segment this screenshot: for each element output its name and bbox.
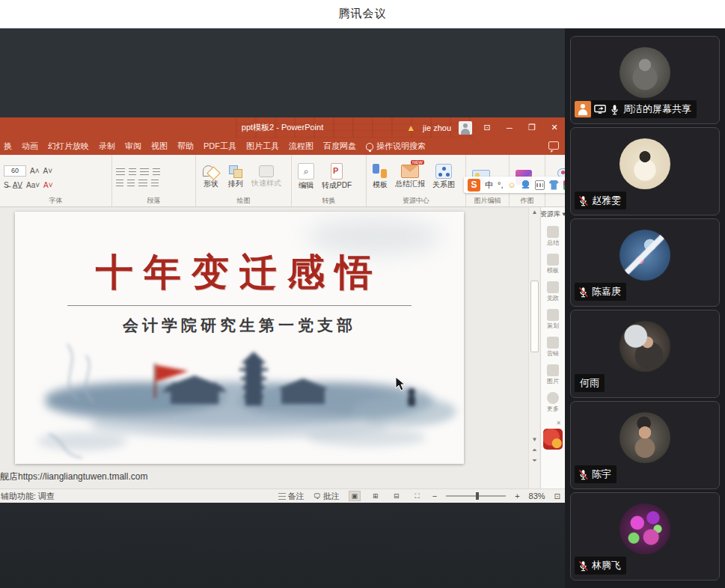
relation-chart-button[interactable]: 关系图: [430, 163, 457, 191]
account-avatar[interactable]: [459, 121, 472, 135]
screen-share-icon: [594, 104, 606, 114]
quick-styles-icon: [259, 165, 274, 177]
shrink-font-button[interactable]: A˅: [43, 167, 53, 175]
resource-item-planning[interactable]: 策划: [547, 309, 559, 330]
participant-tile[interactable]: 陈宇: [570, 401, 720, 489]
participant-tile[interactable]: 何雨: [570, 310, 720, 398]
zoom-out-button[interactable]: −: [432, 491, 437, 500]
gift-close-icon[interactable]: ✕: [556, 420, 561, 426]
increase-indent-icon[interactable]: [127, 180, 135, 186]
tell-me-search[interactable]: 操作说明搜索: [366, 141, 426, 152]
zoom-level[interactable]: 83%: [529, 491, 545, 500]
resource-item-more[interactable]: 更多: [547, 392, 559, 413]
participant-tile-sharer[interactable]: 周洁的屏幕共享: [570, 36, 720, 124]
comments-toggle[interactable]: 🗨 批注: [313, 491, 340, 502]
columns-icon[interactable]: [151, 180, 159, 186]
tab-picture-tools[interactable]: 图片工具: [246, 141, 279, 152]
align-text-icon[interactable]: [138, 180, 147, 186]
comment-bubble-icon[interactable]: [548, 141, 559, 150]
sogou-logo-icon[interactable]: S: [468, 179, 480, 192]
close-button[interactable]: ✕: [547, 123, 562, 132]
shapes-button[interactable]: 形状: [200, 164, 222, 190]
grow-font-button[interactable]: A˄: [30, 167, 40, 175]
tab-view[interactable]: 视图: [151, 141, 168, 152]
zoom-slider[interactable]: [446, 495, 506, 497]
mic-on-icon: [609, 104, 620, 115]
font-color-button[interactable]: A˅: [43, 181, 53, 189]
text-direction-icon[interactable]: [153, 168, 160, 175]
resource-center-group-label: 资源中心: [367, 196, 465, 206]
ime-language-toggle[interactable]: 中: [485, 180, 493, 191]
ime-skin-icon[interactable]: [549, 180, 559, 190]
ime-voice-icon[interactable]: [521, 180, 530, 190]
arrange-button[interactable]: 排列: [225, 164, 246, 190]
template-button[interactable]: 模板: [370, 163, 390, 191]
avatar: [620, 321, 670, 372]
participant-tile[interactable]: 赵雅雯: [570, 127, 720, 215]
reading-view-button[interactable]: ⊟: [391, 491, 403, 501]
marketing-chat-icon: [547, 337, 559, 349]
tab-slideshow[interactable]: 幻灯片放映: [48, 141, 89, 152]
numbering-icon[interactable]: [129, 168, 136, 175]
scrollbar-thumb[interactable]: [530, 281, 539, 352]
participant-name: 陈宇: [592, 468, 611, 481]
resource-item-party[interactable]: 党政: [547, 281, 559, 302]
edit-button[interactable]: ⌕ 编辑: [296, 162, 316, 192]
notes-toggle[interactable]: 备注: [278, 491, 305, 502]
normal-view-button[interactable]: ▣: [349, 491, 361, 501]
summary-report-button[interactable]: NEW 总结汇报: [393, 164, 427, 190]
fit-slide-button[interactable]: ⊡: [554, 492, 560, 500]
to-pdf-button[interactable]: 转成PDF: [319, 162, 354, 192]
slide-canvas[interactable]: 十年变迁感悟 会计学院研究生第一党支部: [15, 212, 464, 464]
ime-punctuation-toggle[interactable]: °,: [498, 180, 503, 189]
scroll-down-icon[interactable]: ▼: [529, 435, 540, 445]
ribbon-display-options-button[interactable]: ⊡: [480, 123, 495, 132]
slide-sorter-view-button[interactable]: ⊞: [370, 491, 382, 501]
resource-item-template[interactable]: 模板: [547, 254, 559, 275]
quick-styles-button[interactable]: 快速样式: [249, 165, 284, 189]
participant-tile[interactable]: 林腾飞: [570, 492, 720, 581]
previous-slide-icon[interactable]: ⏶: [529, 445, 540, 456]
bullets-icon[interactable]: [116, 168, 125, 175]
shapes-icon: [202, 165, 220, 178]
vertical-scrollbar[interactable]: ▲ ▼ ⏶ ⏷: [528, 207, 539, 489]
minimize-button[interactable]: ─: [502, 123, 517, 132]
tab-help[interactable]: 帮助: [177, 141, 194, 152]
tab-transitions[interactable]: 换: [4, 141, 12, 152]
tab-animations[interactable]: 动画: [22, 141, 38, 152]
participant-tile[interactable]: 陈嘉庚: [570, 218, 720, 307]
tab-review[interactable]: 审阅: [125, 141, 141, 152]
red-packet-gift-icon[interactable]: [543, 429, 563, 450]
decrease-indent-icon[interactable]: [116, 180, 123, 186]
line-spacing-icon[interactable]: [140, 168, 149, 175]
ime-emoji-icon[interactable]: ☺: [507, 180, 516, 189]
font-group-label: 字体: [0, 196, 111, 206]
tab-record[interactable]: 录制: [99, 141, 115, 152]
tab-pdf-tools[interactable]: PDF工具: [204, 141, 236, 152]
ime-keyboard-icon[interactable]: [535, 180, 545, 190]
account-user-name[interactable]: jie zhou: [423, 123, 451, 132]
tab-baidu-pan[interactable]: 百度网盘: [323, 141, 356, 152]
participant-name: 周洁的屏幕共享: [623, 102, 691, 116]
next-slide-icon[interactable]: ⏷: [529, 456, 540, 466]
resource-item-summary[interactable]: 总结: [547, 226, 559, 247]
resource-library-header[interactable]: 资源库 ▾: [540, 209, 565, 219]
scroll-up-icon[interactable]: ▲: [529, 207, 540, 218]
text-effects-button[interactable]: A̲V̲: [13, 181, 22, 189]
magnifier-icon: ⌕: [298, 163, 314, 180]
zoom-in-button[interactable]: +: [515, 491, 519, 500]
participant-name: 何雨: [580, 376, 599, 390]
avatar: [620, 412, 670, 463]
ime-toolbox-icon[interactable]: [563, 180, 565, 190]
avatar: [620, 230, 670, 281]
font-size-box[interactable]: 60: [4, 165, 26, 177]
resource-item-pictures[interactable]: 图片: [547, 364, 559, 385]
slideshow-view-button[interactable]: ⛶: [412, 491, 423, 501]
drawing-group: 形状 排列 快速样式 绘图: [196, 155, 292, 206]
resource-item-marketing[interactable]: 营销: [547, 337, 559, 358]
restore-button[interactable]: ❐: [524, 123, 539, 132]
change-case-button[interactable]: Aa˅: [26, 181, 40, 189]
zoom-slider-knob[interactable]: [476, 492, 479, 500]
strikethrough-button[interactable]: S̶: [4, 181, 9, 189]
tab-flowchart[interactable]: 流程图: [289, 141, 313, 152]
